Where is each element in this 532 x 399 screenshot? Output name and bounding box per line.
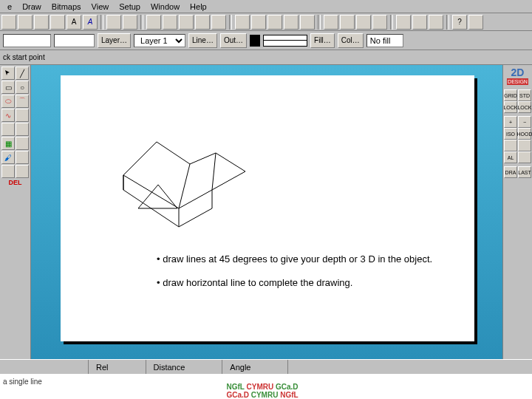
tool-btn[interactable] (396, 15, 411, 30)
distance-field: Distance (146, 360, 223, 374)
angle-field: Angle (222, 360, 288, 374)
color-swatch[interactable] (250, 35, 260, 47)
menu-draw[interactable]: Draw (18, 1, 46, 11)
menu-bar: e Draw Bitmaps View Setup Window Help (0, 0, 532, 13)
last-toggle[interactable]: LAST (518, 166, 531, 178)
tool-btn[interactable] (284, 15, 299, 30)
ellipse-tool[interactable]: ⬭ (1, 95, 15, 108)
paint-tool[interactable]: 🖌 (1, 151, 15, 164)
line-tool[interactable]: ╱ (16, 66, 29, 80)
tool-btn[interactable] (34, 15, 49, 30)
status-field (0, 360, 89, 374)
curve-tool[interactable]: ∿ (1, 109, 15, 122)
line-button[interactable]: Line… (188, 33, 217, 48)
separator (229, 15, 232, 30)
properties-toolbar: Layer… Layer 1 Line… Out… Fill… Col… (0, 31, 532, 50)
separator (390, 15, 393, 30)
coord-input[interactable] (54, 34, 95, 47)
dra-toggle[interactable]: DRA (504, 166, 517, 178)
right-toolbox: 2D DESIGN GRIDSTD LOCKLOCK +− ISOHOOD AL… (502, 65, 532, 359)
tool-btn[interactable] (18, 15, 33, 30)
tool-btn[interactable] (468, 15, 483, 30)
rect-tool[interactable]: ▭ (1, 81, 15, 94)
tool-btn[interactable] (123, 15, 137, 30)
separator (140, 15, 143, 30)
tool-btn[interactable] (300, 15, 315, 30)
print-icon[interactable] (412, 15, 427, 30)
r-tool[interactable] (518, 140, 531, 151)
zoom-out[interactable]: − (518, 116, 531, 128)
tool[interactable] (1, 165, 15, 178)
tool-btn[interactable] (163, 15, 177, 30)
std-toggle[interactable]: STD (518, 89, 531, 101)
tool-btn[interactable] (235, 15, 250, 30)
delete-label: DEL (0, 179, 30, 186)
tool-btn[interactable] (195, 15, 210, 30)
tool-btn[interactable] (211, 15, 226, 30)
al-toggle[interactable]: AL (504, 151, 517, 163)
circle-tool[interactable]: ○ (16, 81, 29, 94)
tool-btn[interactable]: A (83, 15, 98, 30)
instruction-line: • draw horizontal line to complete the d… (157, 276, 467, 290)
tool-btn[interactable] (372, 15, 387, 30)
lock-toggle[interactable]: LOCK (504, 101, 517, 113)
hint-bar: ck start point (0, 50, 532, 65)
coord-input[interactable] (3, 34, 51, 47)
left-toolbox: ╱ ▭○ ⬭⌒ ∿ ▦ 🖌 DEL (0, 65, 31, 359)
rel-field: Rel (89, 360, 146, 374)
tool-btn[interactable] (340, 15, 355, 30)
menu-window[interactable]: Window (146, 1, 184, 11)
tool[interactable] (1, 123, 15, 136)
tool-btn[interactable] (50, 15, 65, 30)
main-area: ╱ ▭○ ⬭⌒ ∿ ▦ 🖌 DEL (0, 65, 532, 359)
r-tool[interactable] (504, 140, 517, 151)
r-tool[interactable] (518, 151, 531, 163)
footer-logo-1: NGfL CYMRU GCa.D (226, 383, 298, 391)
tool[interactable] (16, 151, 29, 164)
drawing-canvas[interactable]: • draw lines at 45 degrees to give your … (61, 75, 474, 341)
canvas-area: • draw lines at 45 degrees to give your … (31, 65, 502, 359)
tool-btn[interactable] (324, 15, 338, 30)
status-bar: Rel Distance Angle (0, 359, 532, 374)
tool-btn[interactable] (251, 15, 266, 30)
separator (318, 15, 321, 30)
tool-btn[interactable] (179, 15, 194, 30)
menu-setup[interactable]: Setup (115, 1, 145, 11)
layer-select[interactable]: Layer 1 (134, 34, 185, 47)
zoom-in[interactable]: + (504, 116, 517, 128)
fill-button[interactable]: Fill… (310, 33, 335, 48)
tool-btn[interactable]: A (66, 15, 81, 30)
menu-help[interactable]: Help (185, 1, 211, 11)
select-tool[interactable] (1, 66, 15, 80)
app-logo: 2D (511, 66, 525, 78)
poly-tool[interactable] (16, 109, 29, 122)
tool-btn[interactable] (146, 15, 161, 30)
lock2-toggle[interactable]: LOCK (518, 101, 531, 113)
tool-btn[interactable] (356, 15, 371, 30)
col-button[interactable]: Col… (338, 33, 364, 48)
tool-btn[interactable] (106, 15, 121, 30)
tool-btn[interactable] (267, 15, 282, 30)
menu-bitmaps[interactable]: Bitmaps (47, 1, 86, 11)
instruction-text: • draw lines at 45 degrees to give your … (157, 253, 467, 300)
tool[interactable] (16, 165, 29, 178)
tool[interactable] (16, 123, 29, 136)
hood-toggle[interactable]: HOOD (518, 128, 531, 140)
hatch-tool[interactable]: ▦ (1, 137, 15, 150)
footer-hint: a single line (3, 378, 42, 386)
app-logo-sub: DESIGN (507, 78, 528, 85)
layer-button[interactable]: Layer… (98, 33, 131, 48)
fill-value[interactable] (366, 34, 403, 47)
iso-toggle[interactable]: ISO (504, 128, 517, 140)
isometric-drawing (105, 134, 260, 231)
out-button[interactable]: Out… (220, 33, 247, 48)
tool[interactable] (16, 137, 29, 150)
menu-view[interactable]: View (87, 1, 114, 11)
menu-file[interactable]: e (3, 1, 16, 11)
tool-btn[interactable] (429, 15, 443, 30)
help-icon[interactable]: ? (452, 15, 467, 30)
tool-btn[interactable] (1, 15, 16, 30)
arc-tool[interactable]: ⌒ (16, 95, 29, 108)
instruction-line: • draw lines at 45 degrees to give your … (157, 253, 467, 266)
grid-toggle[interactable]: GRID (504, 89, 517, 101)
